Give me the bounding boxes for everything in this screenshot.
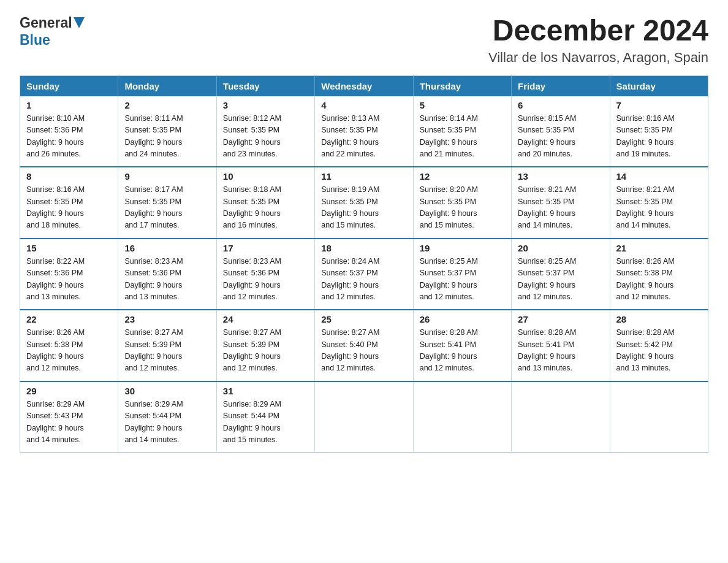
- day-info: Sunrise: 8:16 AM Sunset: 5:35 PM Dayligh…: [616, 113, 702, 161]
- calendar-header-row: SundayMondayTuesdayWednesdayThursdayFrid…: [20, 75, 708, 96]
- day-info: Sunrise: 8:15 AM Sunset: 5:35 PM Dayligh…: [518, 113, 603, 161]
- calendar-week-row: 1 Sunrise: 8:10 AM Sunset: 5:36 PM Dayli…: [20, 96, 708, 167]
- calendar-cell: 24 Sunrise: 8:27 AM Sunset: 5:39 PM Dayl…: [216, 310, 314, 381]
- day-number: 14: [616, 171, 702, 182]
- calendar-cell: 3 Sunrise: 8:12 AM Sunset: 5:35 PM Dayli…: [216, 96, 314, 167]
- day-of-week-header: Wednesday: [315, 75, 413, 96]
- calendar-cell: 5 Sunrise: 8:14 AM Sunset: 5:35 PM Dayli…: [413, 96, 511, 167]
- calendar-cell: 29 Sunrise: 8:29 AM Sunset: 5:43 PM Dayl…: [20, 381, 118, 453]
- day-number: 23: [124, 314, 210, 324]
- day-info: Sunrise: 8:25 AM Sunset: 5:37 PM Dayligh…: [420, 256, 505, 304]
- calendar-cell: 30 Sunrise: 8:29 AM Sunset: 5:44 PM Dayl…: [118, 381, 216, 453]
- day-of-week-header: Tuesday: [216, 75, 314, 96]
- logo: General Blue: [20, 15, 85, 48]
- calendar-cell: 19 Sunrise: 8:25 AM Sunset: 5:37 PM Dayl…: [413, 239, 511, 310]
- day-number: 29: [26, 386, 112, 396]
- calendar-cell: [315, 381, 413, 453]
- calendar-cell: 2 Sunrise: 8:11 AM Sunset: 5:35 PM Dayli…: [118, 96, 216, 167]
- calendar-cell: 25 Sunrise: 8:27 AM Sunset: 5:40 PM Dayl…: [315, 310, 413, 381]
- day-info: Sunrise: 8:22 AM Sunset: 5:36 PM Dayligh…: [26, 256, 112, 304]
- calendar-cell: [512, 381, 610, 453]
- day-number: 7: [616, 100, 702, 110]
- day-info: Sunrise: 8:12 AM Sunset: 5:35 PM Dayligh…: [223, 113, 308, 161]
- day-info: Sunrise: 8:27 AM Sunset: 5:40 PM Dayligh…: [321, 327, 406, 375]
- day-number: 19: [420, 243, 505, 253]
- calendar-cell: 9 Sunrise: 8:17 AM Sunset: 5:35 PM Dayli…: [118, 167, 216, 239]
- calendar-cell: 6 Sunrise: 8:15 AM Sunset: 5:35 PM Dayli…: [512, 96, 610, 167]
- calendar-cell: [610, 381, 708, 453]
- day-info: Sunrise: 8:21 AM Sunset: 5:35 PM Dayligh…: [616, 184, 702, 232]
- day-info: Sunrise: 8:29 AM Sunset: 5:44 PM Dayligh…: [223, 399, 308, 446]
- day-number: 3: [223, 100, 308, 110]
- calendar-cell: 20 Sunrise: 8:25 AM Sunset: 5:37 PM Dayl…: [512, 239, 610, 310]
- logo-general-text: General: [20, 15, 72, 32]
- day-number: 13: [518, 171, 603, 182]
- calendar-cell: 18 Sunrise: 8:24 AM Sunset: 5:37 PM Dayl…: [315, 239, 413, 310]
- calendar-week-row: 22 Sunrise: 8:26 AM Sunset: 5:38 PM Dayl…: [20, 310, 708, 381]
- logo-triangle-icon: [74, 17, 85, 28]
- day-number: 30: [124, 386, 210, 396]
- day-number: 16: [124, 243, 210, 253]
- day-number: 25: [321, 314, 406, 324]
- day-number: 31: [223, 386, 308, 396]
- calendar-cell: 12 Sunrise: 8:20 AM Sunset: 5:35 PM Dayl…: [413, 167, 511, 239]
- title-block: December 2024 Villar de los Navarros, Ar…: [488, 15, 708, 66]
- calendar-cell: 31 Sunrise: 8:29 AM Sunset: 5:44 PM Dayl…: [216, 381, 314, 453]
- day-number: 21: [616, 243, 702, 253]
- day-number: 9: [124, 171, 210, 182]
- day-info: Sunrise: 8:25 AM Sunset: 5:37 PM Dayligh…: [518, 256, 603, 304]
- calendar-cell: 10 Sunrise: 8:18 AM Sunset: 5:35 PM Dayl…: [216, 167, 314, 239]
- calendar-cell: 8 Sunrise: 8:16 AM Sunset: 5:35 PM Dayli…: [20, 167, 118, 239]
- calendar-week-row: 15 Sunrise: 8:22 AM Sunset: 5:36 PM Dayl…: [20, 239, 708, 310]
- day-number: 8: [26, 171, 112, 182]
- calendar-cell: 17 Sunrise: 8:23 AM Sunset: 5:36 PM Dayl…: [216, 239, 314, 310]
- day-of-week-header: Sunday: [20, 75, 118, 96]
- day-info: Sunrise: 8:13 AM Sunset: 5:35 PM Dayligh…: [321, 113, 406, 161]
- calendar-week-row: 8 Sunrise: 8:16 AM Sunset: 5:35 PM Dayli…: [20, 167, 708, 239]
- day-number: 4: [321, 100, 406, 110]
- day-of-week-header: Saturday: [610, 75, 708, 96]
- day-info: Sunrise: 8:28 AM Sunset: 5:42 PM Dayligh…: [616, 327, 702, 375]
- day-info: Sunrise: 8:11 AM Sunset: 5:35 PM Dayligh…: [124, 113, 210, 161]
- svg-marker-0: [74, 17, 85, 28]
- day-number: 11: [321, 171, 406, 182]
- page-header: General Blue December 2024 Villar de los…: [20, 15, 708, 66]
- calendar-cell: 27 Sunrise: 8:28 AM Sunset: 5:41 PM Dayl…: [512, 310, 610, 381]
- day-info: Sunrise: 8:19 AM Sunset: 5:35 PM Dayligh…: [321, 184, 406, 232]
- calendar-cell: 22 Sunrise: 8:26 AM Sunset: 5:38 PM Dayl…: [20, 310, 118, 381]
- day-info: Sunrise: 8:23 AM Sunset: 5:36 PM Dayligh…: [124, 256, 210, 304]
- day-number: 18: [321, 243, 406, 253]
- calendar-table: SundayMondayTuesdayWednesdayThursdayFrid…: [20, 75, 708, 453]
- day-info: Sunrise: 8:10 AM Sunset: 5:36 PM Dayligh…: [26, 113, 112, 161]
- calendar-cell: 7 Sunrise: 8:16 AM Sunset: 5:35 PM Dayli…: [610, 96, 708, 167]
- day-number: 2: [124, 100, 210, 110]
- day-info: Sunrise: 8:29 AM Sunset: 5:44 PM Dayligh…: [124, 399, 210, 446]
- day-number: 15: [26, 243, 112, 253]
- page-subtitle: Villar de los Navarros, Aragon, Spain: [488, 50, 708, 66]
- day-info: Sunrise: 8:20 AM Sunset: 5:35 PM Dayligh…: [420, 184, 505, 232]
- day-number: 24: [223, 314, 308, 324]
- day-info: Sunrise: 8:26 AM Sunset: 5:38 PM Dayligh…: [616, 256, 702, 304]
- calendar-week-row: 29 Sunrise: 8:29 AM Sunset: 5:43 PM Dayl…: [20, 381, 708, 453]
- day-number: 5: [420, 100, 505, 110]
- day-of-week-header: Thursday: [413, 75, 511, 96]
- calendar-cell: 14 Sunrise: 8:21 AM Sunset: 5:35 PM Dayl…: [610, 167, 708, 239]
- day-number: 12: [420, 171, 505, 182]
- day-info: Sunrise: 8:28 AM Sunset: 5:41 PM Dayligh…: [518, 327, 603, 375]
- day-info: Sunrise: 8:18 AM Sunset: 5:35 PM Dayligh…: [223, 184, 308, 232]
- day-number: 28: [616, 314, 702, 324]
- day-info: Sunrise: 8:27 AM Sunset: 5:39 PM Dayligh…: [124, 327, 210, 375]
- calendar-cell: 16 Sunrise: 8:23 AM Sunset: 5:36 PM Dayl…: [118, 239, 216, 310]
- day-info: Sunrise: 8:26 AM Sunset: 5:38 PM Dayligh…: [26, 327, 112, 375]
- calendar-cell: 15 Sunrise: 8:22 AM Sunset: 5:36 PM Dayl…: [20, 239, 118, 310]
- day-info: Sunrise: 8:24 AM Sunset: 5:37 PM Dayligh…: [321, 256, 406, 304]
- day-number: 22: [26, 314, 112, 324]
- day-number: 26: [420, 314, 505, 324]
- day-of-week-header: Monday: [118, 75, 216, 96]
- day-info: Sunrise: 8:14 AM Sunset: 5:35 PM Dayligh…: [420, 113, 505, 161]
- logo-blue-text: Blue: [20, 32, 50, 48]
- day-number: 20: [518, 243, 603, 253]
- day-of-week-header: Friday: [512, 75, 610, 96]
- calendar-cell: 26 Sunrise: 8:28 AM Sunset: 5:41 PM Dayl…: [413, 310, 511, 381]
- logo-wordmark: General: [20, 15, 85, 32]
